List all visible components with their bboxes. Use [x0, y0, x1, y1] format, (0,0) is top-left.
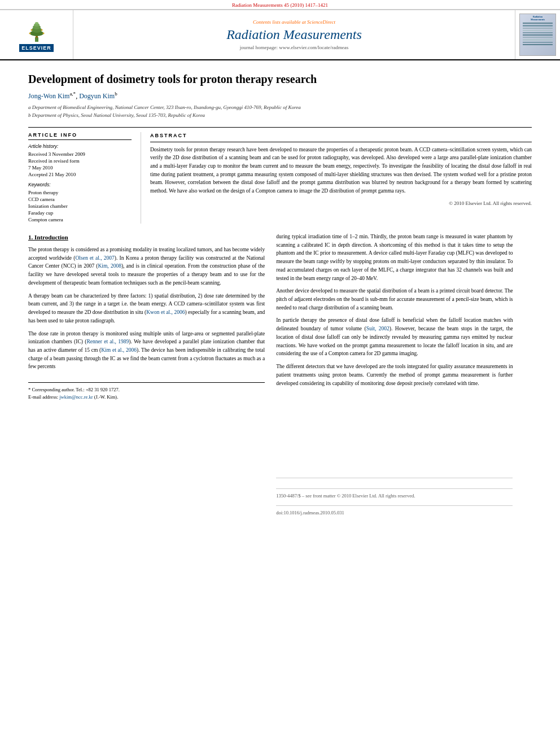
abstract-label: ABSTRACT — [150, 132, 532, 142]
article-info-label: ARTICLE INFO — [28, 132, 132, 140]
section1-right-para4: The different detectors that we have dev… — [276, 362, 513, 387]
accepted-date: Accepted 21 May 2010 — [28, 172, 132, 177]
affiliation1: a Department of Biomedical Engineering, … — [28, 104, 532, 112]
footnote-email: E-mail address: jwkim@ncc.re.kr (J.-W. K… — [28, 394, 265, 401]
footer-issn: 1350-4487/$ – see front matter © 2010 El… — [276, 488, 513, 500]
footnote-section: * Corresponding author. Tel.: +82 31 920… — [28, 382, 265, 401]
author2-sup: b — [115, 91, 117, 97]
elsevier-tree-icon — [17, 18, 56, 43]
received-revised-date: 7 May 2010 — [28, 165, 132, 171]
paper-title: Development of dosimetry tools for proto… — [28, 72, 532, 86]
keyword4: Faraday cup — [28, 210, 132, 216]
keyword3: Ionization chamber — [28, 203, 132, 209]
article-info: ARTICLE INFO Article history: Received 3… — [28, 132, 141, 224]
body-section: 1. Introduction The proton therapy is co… — [28, 233, 532, 517]
journal-cover-image: RadiationMeasurements — [519, 14, 556, 56]
section1-right-para2: Another device developed to measure the … — [276, 287, 513, 312]
footnote-star: * Corresponding author. Tel.: +82 31 920… — [28, 386, 265, 394]
authors-line: Jong-Won Kima,*, Dogyun Kimb — [28, 91, 532, 101]
section1-right-para1: during typical irradiation time of 1–2 m… — [276, 233, 513, 282]
journal-title: Radiation Measurements — [226, 27, 362, 42]
abstract-section: ABSTRACT Dosimetry tools for proton ther… — [141, 132, 532, 224]
keyword5: Compton camera — [28, 217, 132, 222]
ref-renner[interactable]: Renner et al., 1989 — [86, 339, 129, 344]
ref-kim2006[interactable]: Kim et al., 2006 — [101, 347, 137, 353]
elsevier-wordmark: ELSEVIER — [19, 44, 54, 52]
history-label: Article history: — [28, 143, 132, 149]
ref-kwon[interactable]: Kwon et al., 2006 — [146, 309, 185, 315]
svg-point-9 — [30, 29, 32, 31]
svg-point-8 — [42, 33, 44, 34]
section1-para3: The dose rate in proton therapy is monit… — [28, 330, 265, 372]
author1-sup: a,* — [69, 91, 76, 97]
section1-heading: 1. Introduction — [28, 233, 265, 242]
footer-bar: 1350-4487/$ – see front matter © 2010 El… — [276, 478, 513, 517]
ref-suit[interactable]: Suit, 2002 — [366, 326, 390, 331]
journal-cover: RadiationMeasurements — [515, 10, 560, 59]
journal-homepage: journal homepage: www.elsevier.com/locat… — [240, 45, 348, 50]
section1-right-para3: In particle therapy the presence of dist… — [276, 316, 513, 358]
author1-name: Jong-Won Kim — [28, 92, 69, 100]
copyright-notice: © 2010 Elsevier Ltd. All rights reserved… — [150, 200, 532, 208]
body-right-col: during typical irradiation time of 1–2 m… — [276, 233, 513, 517]
body-left-col: 1. Introduction The proton therapy is co… — [28, 233, 265, 517]
science-direct-link-text[interactable]: ScienceDirect — [307, 19, 335, 25]
svg-rect-0 — [35, 37, 38, 42]
received-revised-label: Received in revised form — [28, 158, 132, 164]
publisher-logo: ELSEVIER — [0, 10, 73, 59]
footer-doi: doi:10.1016/j.radmeas.2010.05.031 — [276, 505, 513, 517]
email-link[interactable]: jwkim@ncc.re.kr — [59, 394, 93, 400]
svg-point-7 — [29, 33, 30, 34]
keyword2: CCD camera — [28, 196, 132, 202]
ref-kim2008[interactable]: Kim, 2008 — [98, 263, 121, 269]
abstract-text: Dosimetry tools for proton therapy resea… — [150, 146, 532, 195]
svg-point-6 — [35, 22, 38, 24]
journal-header: ELSEVIER Contents lists available at Sci… — [0, 10, 560, 60]
section1-para1: The proton therapy is considered as a pr… — [28, 246, 265, 287]
science-direct-line: Contents lists available at ScienceDirec… — [253, 19, 335, 25]
journal-citation: Radiation Measurements 45 (2010) 1417–14… — [232, 2, 328, 8]
ref-olsen[interactable]: Olsen et al., 2007 — [76, 255, 115, 261]
section1-para2: A therapy beam can be characterized by t… — [28, 292, 265, 325]
svg-point-10 — [41, 29, 42, 31]
journal-bar: Radiation Measurements 45 (2010) 1417–14… — [0, 0, 560, 10]
main-content: Development of dosimetry tools for proto… — [0, 60, 560, 535]
article-meta-section: ARTICLE INFO Article history: Received 3… — [28, 127, 532, 224]
author2-name: Dogyun Kim — [79, 92, 115, 100]
received-date1: Received 3 November 2009 — [28, 151, 132, 157]
keyword1: Proton therapy — [28, 190, 132, 195]
affiliation2: b Department of Physics, Seoul National … — [28, 112, 532, 120]
keywords-label: Keywords: — [28, 182, 132, 187]
journal-header-main: Contents lists available at ScienceDirec… — [73, 10, 515, 59]
affiliations: a Department of Biomedical Engineering, … — [28, 104, 532, 119]
